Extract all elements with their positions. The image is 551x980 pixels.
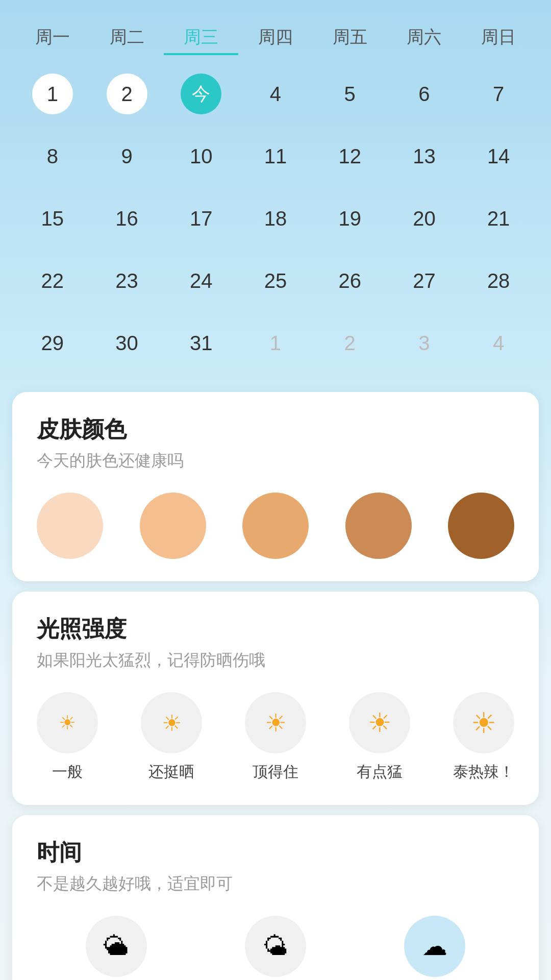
sun-item-1[interactable]: ☀一般: [37, 692, 98, 782]
date-cell[interactable]: 2: [90, 65, 164, 122]
date-cell[interactable]: 18: [238, 190, 313, 247]
date-cell[interactable]: 30: [90, 314, 164, 372]
date-cell[interactable]: 22: [15, 252, 90, 309]
skin-color-circle-1[interactable]: [37, 493, 103, 559]
weekday-cell: 周四: [238, 20, 313, 55]
date-cell[interactable]: 7: [461, 65, 536, 122]
sun-icon-5: ☀: [471, 706, 496, 740]
date-cell[interactable]: 1: [238, 314, 313, 372]
sun-icon-1: ☀: [59, 712, 76, 734]
weekday-row: 周一周二周三周四周五周六周日: [15, 20, 536, 55]
date-cell[interactable]: 26: [313, 252, 387, 309]
date-cell[interactable]: 8: [15, 128, 90, 185]
skin-color-circle-3[interactable]: [242, 493, 309, 559]
dates-grid: 12今4567891011121314151617181920212223242…: [15, 65, 536, 372]
sun-item-label-3: 顶得住: [253, 762, 298, 782]
time-card-subtitle: 不是越久越好哦，适宜即可: [37, 873, 514, 895]
date-cell[interactable]: 19: [313, 190, 387, 247]
date-cell[interactable]: 25: [238, 252, 313, 309]
time-icon-3[interactable]: ☁: [404, 916, 465, 977]
date-cell[interactable]: 15: [15, 190, 90, 247]
date-cell[interactable]: 1: [15, 65, 90, 122]
weekday-cell: 周一: [15, 20, 90, 55]
sun-intensity-card: 光照强度 如果阳光太猛烈，记得防晒伤哦 ☀一般☀还挺晒☀顶得住☀有点猛☀泰热辣！: [12, 592, 539, 805]
date-cell[interactable]: 28: [461, 252, 536, 309]
weekday-cell: 周二: [90, 20, 164, 55]
sun-item-2[interactable]: ☀还挺晒: [141, 692, 202, 782]
date-cell[interactable]: 29: [15, 314, 90, 372]
weekday-cell: 周日: [461, 20, 536, 55]
date-cell[interactable]: 12: [313, 128, 387, 185]
date-cell[interactable]: 10: [164, 128, 238, 185]
sun-item-label-1: 一般: [52, 762, 83, 782]
date-cell[interactable]: 14: [461, 128, 536, 185]
skin-color-circle-4[interactable]: [345, 493, 412, 559]
date-cell[interactable]: 2: [313, 314, 387, 372]
sun-item-label-4: 有点猛: [357, 762, 403, 782]
sun-card-title: 光照强度: [37, 614, 514, 644]
skin-color-circle-2[interactable]: [140, 493, 206, 559]
time-icon-2[interactable]: 🌤: [245, 916, 306, 977]
date-cell[interactable]: 13: [387, 128, 462, 185]
date-cell[interactable]: 3: [387, 314, 462, 372]
date-cell[interactable]: 4: [238, 65, 313, 122]
cards-section: 皮肤颜色 今天的肤色还健康吗 光照强度 如果阳光太猛烈，记得防晒伤哦 ☀一般☀还…: [0, 387, 551, 980]
date-cell[interactable]: 21: [461, 190, 536, 247]
time-icons-row: 🌥 🌤 ☁: [37, 916, 514, 977]
date-cell[interactable]: 4: [461, 314, 536, 372]
weekday-cell: 周五: [313, 20, 387, 55]
skin-color-card: 皮肤颜色 今天的肤色还健康吗: [12, 392, 539, 581]
date-cell[interactable]: 31: [164, 314, 238, 372]
time-card: 时间 不是越久越好哦，适宜即可 🌥 🌤 ☁: [12, 815, 539, 980]
time-icon-1[interactable]: 🌥: [86, 916, 147, 977]
sun-items-row: ☀一般☀还挺晒☀顶得住☀有点猛☀泰热辣！: [37, 692, 514, 782]
date-cell[interactable]: 11: [238, 128, 313, 185]
sun-item-3[interactable]: ☀顶得住: [245, 692, 306, 782]
sun-card-subtitle: 如果阳光太猛烈，记得防晒伤哦: [37, 649, 514, 672]
date-cell[interactable]: 27: [387, 252, 462, 309]
skin-color-circle-5[interactable]: [448, 493, 514, 559]
date-cell[interactable]: 20: [387, 190, 462, 247]
sun-item-label-2: 还挺晒: [148, 762, 194, 782]
skin-card-title: 皮肤颜色: [37, 414, 514, 445]
date-cell[interactable]: 17: [164, 190, 238, 247]
sun-item-5[interactable]: ☀泰热辣！: [453, 692, 514, 782]
date-cell[interactable]: 5: [313, 65, 387, 122]
date-cell[interactable]: 23: [90, 252, 164, 309]
date-cell[interactable]: 今: [164, 65, 238, 122]
calendar-section: 周一周二周三周四周五周六周日 12今4567891011121314151617…: [0, 0, 551, 387]
skin-colors-row: [37, 493, 514, 559]
date-cell[interactable]: 9: [90, 128, 164, 185]
date-cell[interactable]: 6: [387, 65, 462, 122]
date-cell[interactable]: 16: [90, 190, 164, 247]
time-card-title: 时间: [37, 838, 514, 868]
sun-item-label-5: 泰热辣！: [453, 762, 514, 782]
sun-icon-3: ☀: [265, 708, 287, 737]
date-cell[interactable]: 24: [164, 252, 238, 309]
weekday-cell: 周三: [164, 20, 238, 55]
skin-card-subtitle: 今天的肤色还健康吗: [37, 450, 514, 472]
sun-icon-4: ☀: [368, 707, 392, 738]
weekday-cell: 周六: [387, 20, 462, 55]
sun-item-4[interactable]: ☀有点猛: [349, 692, 410, 782]
sun-icon-2: ☀: [162, 710, 182, 736]
